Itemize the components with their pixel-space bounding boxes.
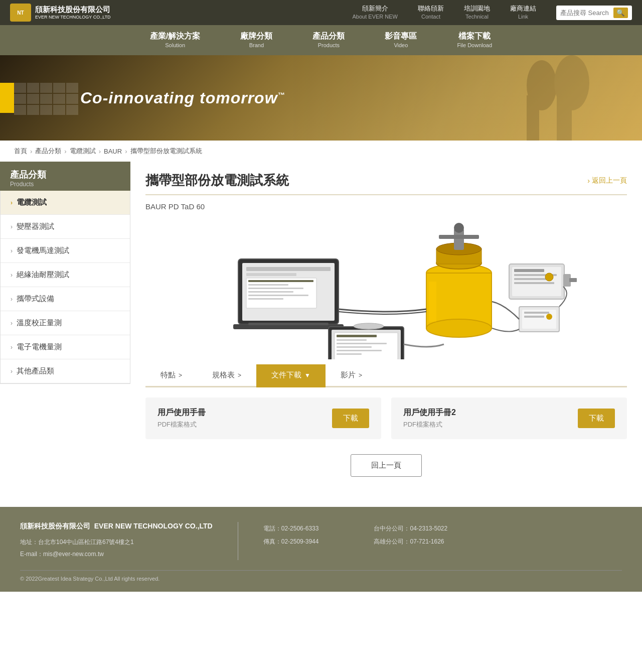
chevron-right-icon: › bbox=[11, 199, 13, 206]
svg-rect-3 bbox=[527, 95, 539, 141]
svg-rect-50 bbox=[337, 353, 362, 355]
svg-rect-8 bbox=[246, 273, 296, 276]
svg-rect-36 bbox=[569, 278, 577, 282]
product-image-area bbox=[145, 219, 627, 359]
svg-rect-13 bbox=[248, 291, 293, 293]
logo-text: 頎新科技股份有限公司 EVER NEW TECHNOLOGY CO.,LTD bbox=[35, 5, 111, 20]
nav-video[interactable]: 影音專區 Video bbox=[365, 31, 437, 49]
search-button[interactable]: 🔍 bbox=[613, 8, 628, 18]
nav-solution[interactable]: 產業/解決方案 Solution bbox=[130, 31, 220, 49]
breadcrumb-home[interactable]: 首頁 bbox=[14, 147, 27, 156]
svg-rect-48 bbox=[337, 346, 372, 348]
svg-rect-49 bbox=[337, 350, 382, 351]
download-button-2[interactable]: 下載 bbox=[578, 409, 615, 428]
nav-brand[interactable]: 廠牌分類 Brand bbox=[220, 31, 292, 49]
chevron-right-icon: › bbox=[11, 320, 13, 327]
sidebar-item-cable-test[interactable]: › 電纜測試 bbox=[1, 191, 130, 215]
download-title-1: 用戶使用手冊 bbox=[157, 408, 206, 418]
tab-documents[interactable]: 文件下載 ▼ bbox=[256, 364, 326, 387]
search-box[interactable]: 🔍 bbox=[556, 6, 632, 20]
svg-rect-32 bbox=[514, 278, 549, 280]
tab-specs[interactable]: 規格表 > bbox=[197, 364, 256, 387]
sidebar-item-generator-test[interactable]: › 發電機馬達測試 bbox=[1, 239, 130, 263]
download-card-info: 用戶使用手冊2 PDF檔案格式 bbox=[403, 408, 456, 429]
sidebar-item-portable[interactable]: › 攜帶式設備 bbox=[1, 287, 130, 311]
top-navigation: NT 頎新科技股份有限公司 EVER NEW TECHNOLOGY CO.,LT… bbox=[0, 0, 642, 25]
svg-rect-47 bbox=[337, 343, 387, 344]
breadcrumb-baur[interactable]: BAUR bbox=[104, 148, 122, 155]
page-header: 攜帶型部份放電測試系統 › 返回上一頁 bbox=[145, 162, 627, 195]
search-input[interactable] bbox=[560, 9, 610, 17]
banner-yellow-accent bbox=[0, 83, 14, 113]
nav-link[interactable]: 廠商連結 Link bbox=[500, 5, 546, 20]
download-button-1[interactable]: 下載 bbox=[332, 409, 369, 428]
nav-technical[interactable]: 培訓園地 Technical bbox=[454, 5, 500, 20]
banner-pattern bbox=[14, 83, 78, 115]
page-title: 攜帶型部份放電測試系統 bbox=[145, 172, 289, 189]
chevron-right-icon: › bbox=[587, 177, 590, 185]
sidebar-title-cn: 產品分類 bbox=[10, 169, 120, 181]
logo[interactable]: NT 頎新科技股份有限公司 EVER NEW TECHNOLOGY CO.,LT… bbox=[10, 4, 111, 22]
svg-rect-0 bbox=[291, 55, 642, 141]
footer-address: 地址：台北市104中山區松江路67號4樓之1 E-mail：mis@ever-n… bbox=[20, 536, 213, 560]
nav-file-download[interactable]: 檔案下載 File Download bbox=[437, 31, 512, 49]
chevron-right-icon: › bbox=[11, 247, 13, 254]
download-type-1: PDF檔案格式 bbox=[157, 420, 206, 429]
footer-top: 頎新科技股份有限公司 EVER NEW TECHNOLOGY CO.,LTD 地… bbox=[20, 522, 622, 560]
arrow-icon: > bbox=[359, 372, 362, 379]
download-card-manual1: 用戶使用手冊 PDF檔案格式 下載 bbox=[145, 397, 381, 439]
nav-about[interactable]: 頎新簡介 About EVER NEW bbox=[343, 5, 408, 20]
svg-rect-9 bbox=[246, 278, 316, 308]
back-button-area: 回上一頁 bbox=[145, 454, 627, 477]
hero-banner: Co-innovating tomorrow™ bbox=[0, 55, 642, 141]
footer-spacer bbox=[339, 522, 354, 560]
main-navigation: 產業/解決方案 Solution 廠牌分類 Brand 產品分類 Product… bbox=[0, 25, 642, 55]
arrow-icon: > bbox=[238, 372, 241, 379]
equipment-boxes bbox=[492, 264, 577, 332]
tabs-row: 特點 > 規格表 > 文件下載 ▼ 影片 > bbox=[145, 364, 627, 387]
sidebar-item-temperature[interactable]: › 溫度校正量測 bbox=[1, 311, 130, 335]
footer-branches: 台中分公司：04-2313-5022 高雄分公司：07-721-1626 bbox=[374, 522, 447, 560]
svg-rect-40 bbox=[524, 316, 544, 318]
chevron-down-icon: ▼ bbox=[304, 372, 310, 379]
tab-video[interactable]: 影片 > bbox=[326, 364, 377, 387]
nav-contact[interactable]: 聯絡頎新 Contact bbox=[408, 5, 454, 20]
svg-rect-17 bbox=[248, 323, 329, 325]
breadcrumb-cable-test[interactable]: 電纜測試 bbox=[70, 147, 96, 156]
product-image bbox=[145, 219, 627, 359]
svg-point-41 bbox=[546, 314, 552, 320]
logo-icon: NT bbox=[10, 4, 31, 22]
svg-rect-11 bbox=[248, 284, 288, 286]
laptop-illustration bbox=[233, 259, 344, 329]
back-button[interactable]: 回上一頁 bbox=[351, 454, 422, 477]
svg-rect-15 bbox=[248, 298, 283, 300]
svg-rect-33 bbox=[514, 282, 554, 284]
svg-rect-27 bbox=[429, 282, 436, 322]
svg-rect-10 bbox=[248, 280, 313, 282]
sidebar-item-insulation-test[interactable]: › 絕緣油耐壓測試 bbox=[1, 263, 130, 287]
sidebar-item-electronics[interactable]: › 電子電機量測 bbox=[1, 335, 130, 359]
footer: 頎新科技股份有限公司 EVER NEW TECHNOLOGY CO.,LTD 地… bbox=[0, 507, 642, 592]
footer-contact: 電話：02-2506-6333 傳真：02-2509-3944 bbox=[263, 522, 319, 560]
product-model: BAUR PD TaD 60 bbox=[145, 202, 627, 211]
breadcrumb-products[interactable]: 產品分類 bbox=[35, 147, 61, 156]
arrow-icon: > bbox=[179, 372, 182, 379]
download-cards: 用戶使用手冊 PDF檔案格式 下載 用戶使用手冊2 PDF檔案格式 下載 bbox=[145, 397, 627, 439]
nav-products[interactable]: 產品分類 Products bbox=[292, 31, 365, 49]
sidebar-item-transformer-test[interactable]: › 變壓器測試 bbox=[1, 215, 130, 239]
chevron-right-icon: › bbox=[11, 296, 13, 303]
banner-background-image bbox=[291, 55, 642, 141]
svg-rect-46 bbox=[337, 339, 367, 341]
breadcrumb: 首頁 › 產品分類 › 電纜測試 › BAUR › 攜帶型部份放電測試系統 bbox=[0, 141, 642, 162]
footer-copyright: © 2022Greatest Idea Strategy Co.,Ltd All… bbox=[20, 570, 622, 582]
svg-rect-12 bbox=[248, 288, 303, 289]
svg-rect-14 bbox=[248, 295, 308, 296]
sidebar-item-other[interactable]: › 其他產品類 bbox=[1, 359, 130, 383]
chevron-right-icon: › bbox=[11, 272, 13, 279]
chevron-right-icon: › bbox=[11, 368, 13, 375]
svg-rect-30 bbox=[514, 269, 544, 272]
tab-features[interactable]: 特點 > bbox=[145, 364, 197, 387]
svg-point-34 bbox=[545, 273, 553, 281]
back-to-list-link[interactable]: › 返回上一頁 bbox=[587, 176, 627, 185]
main-unit-illustration bbox=[426, 223, 492, 337]
